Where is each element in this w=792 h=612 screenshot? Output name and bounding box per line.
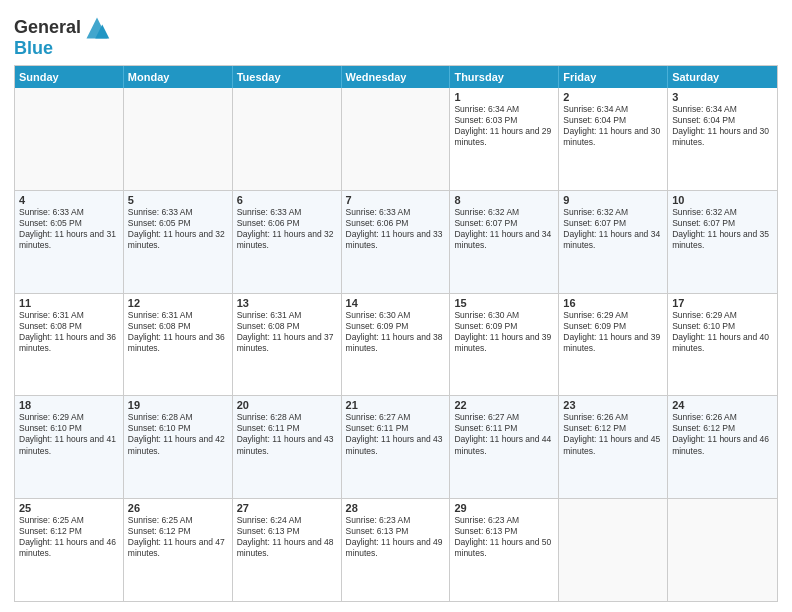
calendar-day-13: 13Sunrise: 6:31 AM Sunset: 6:08 PM Dayli…	[233, 294, 342, 396]
calendar-day-7: 7Sunrise: 6:33 AM Sunset: 6:06 PM Daylig…	[342, 191, 451, 293]
day-number: 20	[237, 399, 337, 411]
logo-text: General	[14, 18, 81, 38]
calendar-day-12: 12Sunrise: 6:31 AM Sunset: 6:08 PM Dayli…	[124, 294, 233, 396]
calendar-day-18: 18Sunrise: 6:29 AM Sunset: 6:10 PM Dayli…	[15, 396, 124, 498]
weekday-header-thursday: Thursday	[450, 66, 559, 88]
day-info: Sunrise: 6:31 AM Sunset: 6:08 PM Dayligh…	[237, 310, 337, 354]
calendar-day-empty	[342, 88, 451, 190]
weekday-header-saturday: Saturday	[668, 66, 777, 88]
day-number: 19	[128, 399, 228, 411]
day-number: 22	[454, 399, 554, 411]
calendar-day-17: 17Sunrise: 6:29 AM Sunset: 6:10 PM Dayli…	[668, 294, 777, 396]
calendar-day-4: 4Sunrise: 6:33 AM Sunset: 6:05 PM Daylig…	[15, 191, 124, 293]
calendar-day-16: 16Sunrise: 6:29 AM Sunset: 6:09 PM Dayli…	[559, 294, 668, 396]
logo: General Blue	[14, 14, 111, 59]
weekday-header-friday: Friday	[559, 66, 668, 88]
day-info: Sunrise: 6:25 AM Sunset: 6:12 PM Dayligh…	[19, 515, 119, 559]
calendar-day-11: 11Sunrise: 6:31 AM Sunset: 6:08 PM Dayli…	[15, 294, 124, 396]
day-number: 6	[237, 194, 337, 206]
day-info: Sunrise: 6:27 AM Sunset: 6:11 PM Dayligh…	[346, 412, 446, 456]
day-number: 10	[672, 194, 773, 206]
calendar: SundayMondayTuesdayWednesdayThursdayFrid…	[14, 65, 778, 602]
calendar-day-9: 9Sunrise: 6:32 AM Sunset: 6:07 PM Daylig…	[559, 191, 668, 293]
day-info: Sunrise: 6:33 AM Sunset: 6:05 PM Dayligh…	[19, 207, 119, 251]
calendar-week-3: 11Sunrise: 6:31 AM Sunset: 6:08 PM Dayli…	[15, 294, 777, 397]
day-number: 18	[19, 399, 119, 411]
day-info: Sunrise: 6:24 AM Sunset: 6:13 PM Dayligh…	[237, 515, 337, 559]
day-number: 2	[563, 91, 663, 103]
calendar-day-empty	[559, 499, 668, 601]
day-number: 21	[346, 399, 446, 411]
day-info: Sunrise: 6:29 AM Sunset: 6:10 PM Dayligh…	[672, 310, 773, 354]
day-info: Sunrise: 6:33 AM Sunset: 6:06 PM Dayligh…	[346, 207, 446, 251]
day-number: 8	[454, 194, 554, 206]
day-number: 28	[346, 502, 446, 514]
day-info: Sunrise: 6:29 AM Sunset: 6:10 PM Dayligh…	[19, 412, 119, 456]
calendar-week-5: 25Sunrise: 6:25 AM Sunset: 6:12 PM Dayli…	[15, 499, 777, 601]
day-number: 12	[128, 297, 228, 309]
day-number: 5	[128, 194, 228, 206]
weekday-header-sunday: Sunday	[15, 66, 124, 88]
day-number: 13	[237, 297, 337, 309]
day-number: 24	[672, 399, 773, 411]
calendar-day-2: 2Sunrise: 6:34 AM Sunset: 6:04 PM Daylig…	[559, 88, 668, 190]
day-info: Sunrise: 6:31 AM Sunset: 6:08 PM Dayligh…	[128, 310, 228, 354]
calendar-day-empty	[668, 499, 777, 601]
day-info: Sunrise: 6:26 AM Sunset: 6:12 PM Dayligh…	[672, 412, 773, 456]
calendar-day-8: 8Sunrise: 6:32 AM Sunset: 6:07 PM Daylig…	[450, 191, 559, 293]
day-number: 23	[563, 399, 663, 411]
day-info: Sunrise: 6:26 AM Sunset: 6:12 PM Dayligh…	[563, 412, 663, 456]
calendar-day-29: 29Sunrise: 6:23 AM Sunset: 6:13 PM Dayli…	[450, 499, 559, 601]
day-info: Sunrise: 6:30 AM Sunset: 6:09 PM Dayligh…	[346, 310, 446, 354]
calendar-day-empty	[233, 88, 342, 190]
calendar-day-21: 21Sunrise: 6:27 AM Sunset: 6:11 PM Dayli…	[342, 396, 451, 498]
calendar-day-6: 6Sunrise: 6:33 AM Sunset: 6:06 PM Daylig…	[233, 191, 342, 293]
day-number: 25	[19, 502, 119, 514]
day-number: 29	[454, 502, 554, 514]
day-number: 3	[672, 91, 773, 103]
calendar-day-5: 5Sunrise: 6:33 AM Sunset: 6:05 PM Daylig…	[124, 191, 233, 293]
day-number: 27	[237, 502, 337, 514]
day-info: Sunrise: 6:23 AM Sunset: 6:13 PM Dayligh…	[346, 515, 446, 559]
day-number: 16	[563, 297, 663, 309]
calendar-day-22: 22Sunrise: 6:27 AM Sunset: 6:11 PM Dayli…	[450, 396, 559, 498]
day-info: Sunrise: 6:34 AM Sunset: 6:04 PM Dayligh…	[563, 104, 663, 148]
day-info: Sunrise: 6:32 AM Sunset: 6:07 PM Dayligh…	[672, 207, 773, 251]
day-number: 17	[672, 297, 773, 309]
page-header: General Blue	[14, 10, 778, 59]
calendar-day-23: 23Sunrise: 6:26 AM Sunset: 6:12 PM Dayli…	[559, 396, 668, 498]
calendar-week-4: 18Sunrise: 6:29 AM Sunset: 6:10 PM Dayli…	[15, 396, 777, 499]
calendar-day-27: 27Sunrise: 6:24 AM Sunset: 6:13 PM Dayli…	[233, 499, 342, 601]
day-info: Sunrise: 6:23 AM Sunset: 6:13 PM Dayligh…	[454, 515, 554, 559]
calendar-week-1: 1Sunrise: 6:34 AM Sunset: 6:03 PM Daylig…	[15, 88, 777, 191]
day-info: Sunrise: 6:29 AM Sunset: 6:09 PM Dayligh…	[563, 310, 663, 354]
day-number: 26	[128, 502, 228, 514]
day-info: Sunrise: 6:25 AM Sunset: 6:12 PM Dayligh…	[128, 515, 228, 559]
calendar-day-1: 1Sunrise: 6:34 AM Sunset: 6:03 PM Daylig…	[450, 88, 559, 190]
calendar-day-empty	[15, 88, 124, 190]
calendar-day-14: 14Sunrise: 6:30 AM Sunset: 6:09 PM Dayli…	[342, 294, 451, 396]
calendar-day-28: 28Sunrise: 6:23 AM Sunset: 6:13 PM Dayli…	[342, 499, 451, 601]
day-number: 4	[19, 194, 119, 206]
calendar-day-3: 3Sunrise: 6:34 AM Sunset: 6:04 PM Daylig…	[668, 88, 777, 190]
day-info: Sunrise: 6:30 AM Sunset: 6:09 PM Dayligh…	[454, 310, 554, 354]
calendar-header: SundayMondayTuesdayWednesdayThursdayFrid…	[15, 66, 777, 88]
day-info: Sunrise: 6:27 AM Sunset: 6:11 PM Dayligh…	[454, 412, 554, 456]
day-info: Sunrise: 6:31 AM Sunset: 6:08 PM Dayligh…	[19, 310, 119, 354]
day-info: Sunrise: 6:34 AM Sunset: 6:03 PM Dayligh…	[454, 104, 554, 148]
day-info: Sunrise: 6:33 AM Sunset: 6:06 PM Dayligh…	[237, 207, 337, 251]
day-number: 1	[454, 91, 554, 103]
day-number: 7	[346, 194, 446, 206]
logo-icon	[83, 14, 111, 42]
calendar-day-10: 10Sunrise: 6:32 AM Sunset: 6:07 PM Dayli…	[668, 191, 777, 293]
day-info: Sunrise: 6:32 AM Sunset: 6:07 PM Dayligh…	[563, 207, 663, 251]
weekday-header-tuesday: Tuesday	[233, 66, 342, 88]
day-info: Sunrise: 6:28 AM Sunset: 6:10 PM Dayligh…	[128, 412, 228, 456]
calendar-body: 1Sunrise: 6:34 AM Sunset: 6:03 PM Daylig…	[15, 88, 777, 601]
calendar-day-26: 26Sunrise: 6:25 AM Sunset: 6:12 PM Dayli…	[124, 499, 233, 601]
day-number: 14	[346, 297, 446, 309]
day-info: Sunrise: 6:34 AM Sunset: 6:04 PM Dayligh…	[672, 104, 773, 148]
day-info: Sunrise: 6:28 AM Sunset: 6:11 PM Dayligh…	[237, 412, 337, 456]
calendar-day-25: 25Sunrise: 6:25 AM Sunset: 6:12 PM Dayli…	[15, 499, 124, 601]
calendar-day-19: 19Sunrise: 6:28 AM Sunset: 6:10 PM Dayli…	[124, 396, 233, 498]
